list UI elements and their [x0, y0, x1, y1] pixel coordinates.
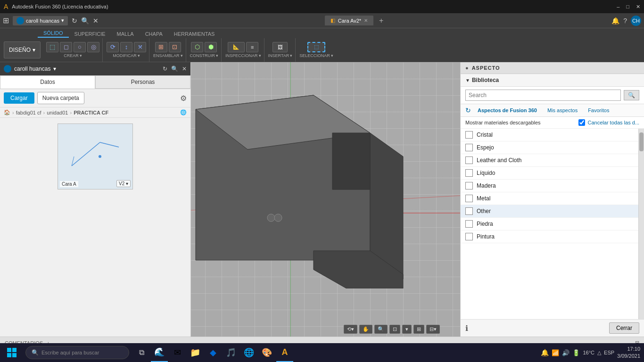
taskbar-wifi-icon[interactable]: 📶	[552, 349, 559, 356]
sel-icon-1[interactable]: ⬚	[307, 42, 325, 52]
con-icon-1[interactable]: ⬡	[191, 42, 203, 52]
material-item-pintura[interactable]: Pintura	[461, 230, 638, 243]
tab-chapa[interactable]: CHAPA	[140, 30, 168, 38]
left-panel-user[interactable]: caroll huancas ▾	[4, 65, 56, 73]
tab-favoritos[interactable]: Favoritos	[584, 106, 613, 115]
material-item-espejo[interactable]: Espejo	[461, 141, 638, 154]
scrollbar-thumb[interactable]	[639, 132, 644, 151]
taskbar-app-music[interactable]: 🎵	[223, 343, 239, 362]
taskbar-app-chrome[interactable]: 🌐	[240, 343, 257, 362]
search-icon[interactable]: 🔍	[81, 17, 89, 25]
thumbnail-area: Cara A V2 ▾	[0, 118, 190, 195]
new-folder-button[interactable]: Nueva carpeta	[37, 92, 84, 104]
start-button[interactable]	[0, 343, 24, 362]
mod-icon-2[interactable]: ↕	[120, 42, 132, 52]
notification-icon[interactable]: 🔔	[611, 17, 619, 25]
cancelar-link[interactable]: Cancelar todas las d...	[588, 120, 639, 125]
close-button[interactable]: ✕	[636, 4, 640, 10]
doc-tab[interactable]: ◧ Cara Av2* ✕	[325, 16, 373, 25]
minimize-button[interactable]: –	[617, 4, 619, 9]
grid-icon[interactable]: ⊞	[3, 16, 9, 25]
ins-icon-1[interactable]: 🖼	[272, 42, 288, 52]
crear-icon-3[interactable]: ○	[74, 42, 86, 52]
ens-icon-1[interactable]: ⊞	[155, 42, 167, 52]
tab-datos[interactable]: Datos	[0, 75, 95, 89]
taskbar-battery-icon[interactable]: 🔋	[572, 349, 580, 356]
taskbar-notification-icon[interactable]: 🔔	[541, 349, 549, 356]
cerrar-button[interactable]: Cerrar	[609, 322, 639, 334]
tab-solido[interactable]: SÓLIDO	[38, 29, 69, 38]
upload-button[interactable]: Cargar	[4, 92, 34, 104]
insp-icon-2[interactable]: ≡	[246, 42, 258, 52]
breadcrumb-globe-icon[interactable]: 🌐	[180, 109, 187, 115]
crear-icon-2[interactable]: ◻	[60, 42, 72, 52]
help-icon[interactable]: ?	[623, 17, 627, 25]
taskbar-app-photos[interactable]: 🎨	[258, 343, 275, 362]
material-item-leather[interactable]: Leather and Cloth	[461, 154, 638, 167]
user-initials[interactable]: CH	[631, 16, 641, 26]
search-input[interactable]	[465, 90, 621, 101]
search-button[interactable]: 🔍	[624, 90, 639, 100]
tab-fusion-360[interactable]: Aspectos de Fusion 360	[474, 106, 541, 115]
vp-ctrl-viewcube[interactable]: ▾	[402, 325, 412, 334]
design-dropdown[interactable]: DISEÑO ▾	[4, 41, 41, 58]
taskbar-app-mail[interactable]: ✉	[169, 343, 186, 362]
refresh-icon[interactable]: ↻	[72, 17, 77, 25]
tab-superficie[interactable]: SUPERFICIE	[69, 30, 111, 38]
sync-button[interactable]: ↻	[465, 107, 471, 114]
material-item-other[interactable]: Other	[461, 205, 638, 218]
biblioteca-arrow[interactable]: ▼	[465, 78, 470, 83]
ens-icon-2[interactable]: ⊡	[169, 42, 181, 52]
vp-ctrl-grid[interactable]: ⊞	[413, 325, 424, 334]
tab-personas[interactable]: Personas	[95, 75, 190, 89]
construir-section: ⬡ ⬢ CONSTRUIR ▾	[187, 38, 222, 62]
tab-herramientas[interactable]: HERRAMIENTAS	[168, 30, 221, 38]
taskbar-app-dropbox[interactable]: ◆	[205, 343, 222, 362]
vp-ctrl-pan[interactable]: ✋	[359, 325, 372, 334]
breadcrumb-fabdig[interactable]: fabdig01 cf	[16, 110, 41, 115]
breadcrumb-home[interactable]: 🏠	[4, 109, 10, 115]
breadcrumb-practica[interactable]: PRACTICA CF	[74, 110, 108, 115]
breadcrumb-sep-1: ›	[12, 110, 14, 115]
settings-button[interactable]: ⚙	[180, 94, 187, 103]
crear-icon-1[interactable]: ⬚	[46, 42, 58, 52]
taskbar-search-box[interactable]: 🔍 Escribe aquí para buscar	[25, 346, 129, 359]
taskbar-app-task-view[interactable]: ⧉	[133, 343, 150, 362]
maximize-button[interactable]: □	[626, 4, 629, 9]
refresh-icon-left[interactable]: ↻	[163, 66, 167, 72]
vp-ctrl-zoom[interactable]: 🔍	[374, 325, 388, 334]
close-doc-icon[interactable]: ✕	[93, 17, 99, 25]
taskbar-volume-icon[interactable]: 🔊	[562, 349, 570, 356]
taskbar-up-icon[interactable]: △	[597, 350, 601, 356]
taskbar-app-files[interactable]: 📁	[187, 343, 204, 362]
info-icon[interactable]: ℹ	[465, 324, 468, 333]
material-item-madera[interactable]: Madera	[461, 180, 638, 192]
material-item-metal[interactable]: Metal	[461, 192, 638, 205]
search-icon-left[interactable]: 🔍	[171, 66, 178, 72]
doc-tab-close[interactable]: ✕	[364, 18, 368, 23]
thumbnail-version[interactable]: V2 ▾	[116, 180, 131, 187]
user-area[interactable]: caroll huancas ▾	[13, 16, 68, 25]
vp-ctrl-orbit[interactable]: ⟲▾	[344, 325, 357, 334]
downloadable-checkbox[interactable]	[578, 119, 585, 126]
tab-malla[interactable]: MALLA	[111, 30, 140, 38]
add-tab-button[interactable]: +	[377, 16, 385, 25]
vp-ctrl-fit[interactable]: ⊡	[389, 325, 400, 334]
close-icon-left[interactable]: ✕	[182, 66, 187, 72]
material-name-cristal: Cristal	[477, 132, 493, 138]
crear-icon-4[interactable]: ◎	[87, 42, 99, 52]
taskbar-app-edge[interactable]: 🌊	[151, 343, 168, 362]
mod-icon-1[interactable]: ⟳	[107, 42, 119, 52]
taskbar-clock[interactable]: 17:10 3/09/2021	[617, 346, 640, 360]
tab-mis-aspectos[interactable]: Mis aspectos	[544, 106, 581, 115]
mod-icon-3[interactable]: ⤧	[134, 42, 146, 52]
taskbar-app-fusion[interactable]: A	[276, 343, 293, 362]
insp-icon-1[interactable]: 📐	[228, 42, 245, 52]
breadcrumb-unidad[interactable]: unidad01	[47, 110, 68, 115]
vp-ctrl-display[interactable]: ⊟▾	[426, 325, 440, 334]
material-item-liquido[interactable]: Líquido	[461, 167, 638, 180]
scrollbar-track[interactable]	[638, 129, 644, 319]
con-icon-2[interactable]: ⬢	[205, 42, 217, 52]
material-item-cristal[interactable]: Cristal	[461, 129, 638, 141]
material-item-piedra[interactable]: Piedra	[461, 218, 638, 230]
